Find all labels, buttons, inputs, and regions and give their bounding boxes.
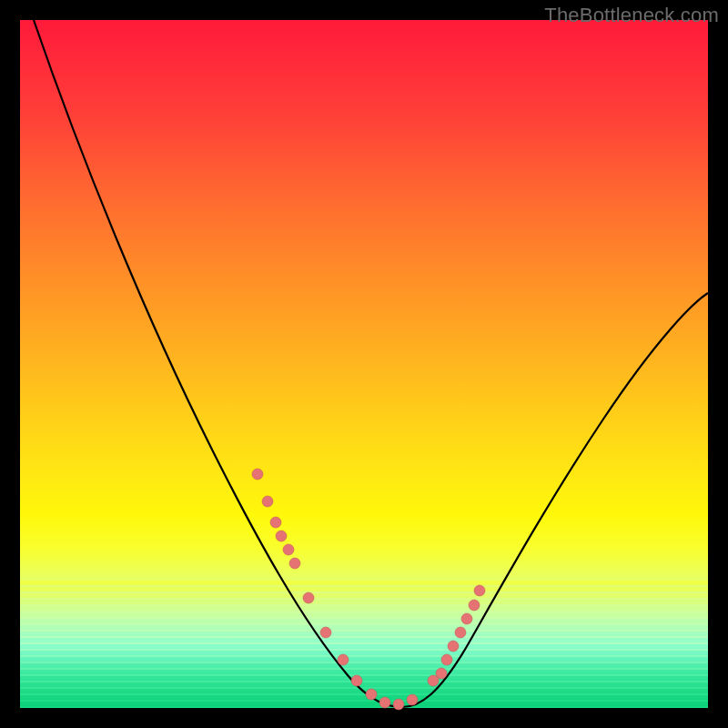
svg-point-13 bbox=[407, 694, 418, 705]
svg-point-1 bbox=[262, 496, 273, 507]
svg-point-16 bbox=[441, 654, 452, 665]
bottleneck-curve bbox=[34, 20, 708, 707]
svg-point-8 bbox=[338, 654, 349, 665]
watermark-text: TheBottleneck.com bbox=[544, 4, 719, 27]
chart-plot-area bbox=[20, 20, 708, 708]
svg-point-3 bbox=[276, 531, 287, 541]
svg-point-5 bbox=[289, 558, 300, 569]
svg-point-11 bbox=[379, 697, 390, 708]
svg-point-0 bbox=[252, 469, 263, 480]
svg-point-6 bbox=[303, 592, 314, 603]
svg-point-21 bbox=[474, 585, 485, 596]
svg-point-17 bbox=[448, 641, 459, 652]
svg-point-7 bbox=[320, 627, 331, 638]
svg-point-9 bbox=[351, 675, 362, 686]
svg-point-19 bbox=[461, 613, 472, 624]
svg-point-10 bbox=[366, 689, 377, 700]
bottleneck-curve-svg bbox=[20, 20, 708, 708]
svg-point-20 bbox=[469, 600, 480, 611]
svg-point-12 bbox=[393, 699, 404, 710]
svg-point-15 bbox=[436, 668, 447, 679]
svg-point-2 bbox=[270, 517, 281, 528]
svg-point-4 bbox=[283, 544, 294, 555]
svg-point-18 bbox=[455, 627, 466, 638]
